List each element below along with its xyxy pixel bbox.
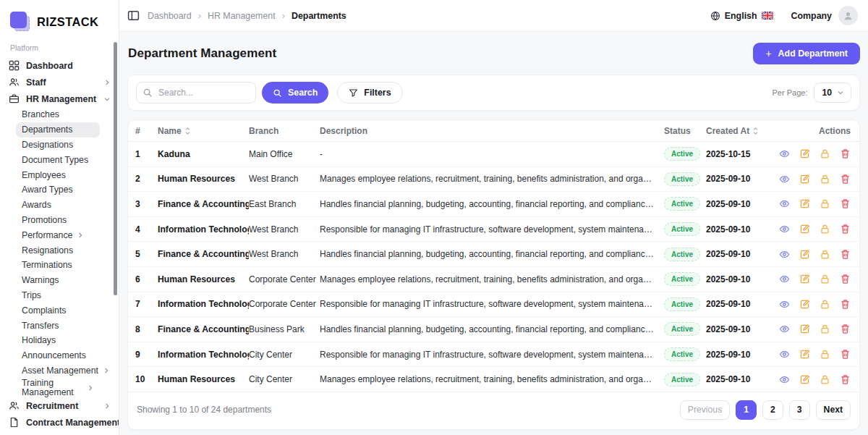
lock-icon[interactable]: [820, 224, 830, 235]
search-input[interactable]: [136, 82, 256, 104]
sidebar-item-contract-management[interactable]: Contract Management: [0, 414, 119, 431]
lock-icon[interactable]: [820, 299, 830, 310]
add-department-button[interactable]: + Add Department: [753, 43, 860, 64]
lock-icon[interactable]: [820, 324, 830, 334]
delete-trash-icon[interactable]: [840, 198, 851, 209]
lock-icon[interactable]: [820, 174, 830, 185]
brand-logo[interactable]: RIZSTACK: [0, 9, 119, 41]
sidebar-item-branches[interactable]: Branches: [0, 107, 119, 122]
edit-icon[interactable]: [799, 224, 810, 235]
edit-icon[interactable]: [799, 198, 810, 209]
view-eye-icon[interactable]: [779, 374, 790, 385]
sidebar-item-warnings[interactable]: Warnings: [0, 273, 119, 288]
sidebar-item-label: Transfers: [22, 321, 59, 331]
search-button[interactable]: Search: [262, 82, 328, 104]
sidebar-item-resignations[interactable]: Resignations: [0, 242, 119, 258]
view-eye-icon[interactable]: [779, 274, 790, 284]
edit-icon[interactable]: [799, 148, 810, 159]
cell-num: 6: [135, 274, 158, 284]
lock-icon[interactable]: [820, 374, 830, 385]
cell-status: Active: [664, 147, 706, 161]
breadcrumb-hr-management[interactable]: HR Management: [208, 11, 276, 21]
page-button-3[interactable]: 3: [789, 400, 810, 420]
delete-trash-icon[interactable]: [840, 174, 851, 185]
edit-icon[interactable]: [799, 249, 810, 260]
view-eye-icon[interactable]: [779, 324, 790, 334]
status-badge: Active: [664, 373, 700, 387]
sidebar-item-performance[interactable]: Performance: [0, 227, 119, 242]
lock-icon[interactable]: [820, 148, 830, 159]
view-eye-icon[interactable]: [779, 174, 790, 185]
edit-icon[interactable]: [799, 324, 810, 334]
cell-name: Human Resources: [158, 274, 249, 284]
delete-trash-icon[interactable]: [840, 324, 851, 334]
sidebar-scrollbar[interactable]: [114, 42, 117, 295]
previous-page-button[interactable]: Previous: [680, 400, 730, 420]
edit-icon[interactable]: [799, 174, 810, 185]
cell-name: Information Technology: [158, 299, 249, 309]
view-eye-icon[interactable]: [779, 249, 790, 260]
breadcrumb-departments: Departments: [292, 11, 346, 21]
delete-trash-icon[interactable]: [840, 148, 851, 159]
sidebar-item-label: Trips: [22, 290, 41, 300]
sidebar-item-awards[interactable]: Awards: [0, 198, 119, 213]
pagination-pages: 123: [736, 400, 809, 420]
view-eye-icon[interactable]: [779, 224, 790, 235]
sidebar-item-staff[interactable]: Staff: [0, 74, 119, 90]
cell-status: Active: [664, 373, 706, 387]
sidebar-item-employees[interactable]: Employees: [0, 167, 119, 182]
sidebar-item-hr-management[interactable]: HR Management: [0, 90, 119, 107]
view-eye-icon[interactable]: [779, 148, 790, 159]
sidebar-item-recruitment[interactable]: Recruitment: [0, 397, 119, 414]
edit-icon[interactable]: [799, 299, 810, 310]
filters-button[interactable]: Filters: [337, 82, 402, 104]
view-eye-icon[interactable]: [779, 349, 790, 360]
cell-name: Information Technology: [158, 224, 249, 235]
delete-trash-icon[interactable]: [840, 299, 851, 310]
account-menu[interactable]: Company: [791, 6, 858, 25]
column-header-created-at[interactable]: Created At: [706, 126, 774, 136]
delete-trash-icon[interactable]: [840, 224, 851, 235]
view-eye-icon[interactable]: [779, 299, 790, 310]
sidebar-item-promotions[interactable]: Promotions: [0, 213, 119, 228]
lock-icon[interactable]: [820, 349, 830, 360]
sidebar-item-terminations[interactable]: Terminations: [0, 258, 119, 273]
sidebar-item-asset-management[interactable]: Asset Management: [0, 363, 119, 379]
status-badge: Active: [664, 322, 700, 336]
sidebar-toggle-icon[interactable]: [127, 9, 140, 22]
delete-trash-icon[interactable]: [840, 374, 851, 385]
sidebar-item-announcements[interactable]: Announcements: [0, 348, 119, 363]
edit-icon[interactable]: [799, 374, 810, 385]
add-department-label: Add Department: [778, 48, 848, 59]
cell-branch: West Branch: [249, 224, 320, 235]
sidebar-item-training-management[interactable]: Training Management: [0, 378, 119, 397]
sidebar-item-complaints[interactable]: Complaints: [0, 303, 119, 318]
sidebar-item-trips[interactable]: Trips: [0, 288, 119, 303]
breadcrumb-dashboard[interactable]: Dashboard: [148, 11, 192, 21]
sidebar-item-award-types[interactable]: Award Types: [0, 182, 119, 198]
edit-icon[interactable]: [799, 274, 810, 284]
edit-icon[interactable]: [799, 349, 810, 360]
column-header-name[interactable]: Name: [158, 126, 249, 136]
cell-created-at: 2025-09-10: [706, 350, 774, 360]
page-button-2[interactable]: 2: [762, 400, 783, 420]
page-button-1[interactable]: 1: [736, 400, 757, 420]
view-eye-icon[interactable]: [779, 198, 790, 209]
sidebar-item-dashboard[interactable]: Dashboard: [0, 57, 119, 74]
sidebar-item-holidays[interactable]: Holidays: [0, 333, 119, 348]
per-page-select[interactable]: 10: [814, 83, 851, 103]
delete-trash-icon[interactable]: [840, 249, 851, 260]
sidebar-item-transfers[interactable]: Transfers: [0, 318, 119, 333]
lock-icon[interactable]: [820, 274, 830, 284]
lock-icon[interactable]: [820, 198, 830, 209]
sidebar-item-designations[interactable]: Designations: [0, 138, 119, 153]
cell-num: 7: [135, 299, 158, 309]
language-switcher[interactable]: English: [710, 11, 774, 21]
next-page-button[interactable]: Next: [816, 400, 851, 420]
delete-trash-icon[interactable]: [840, 349, 851, 360]
lock-icon[interactable]: [820, 249, 830, 260]
sidebar-item-departments[interactable]: Departments: [16, 122, 100, 138]
delete-trash-icon[interactable]: [840, 274, 851, 284]
sidebar-item-document-types[interactable]: Document Types: [0, 152, 119, 167]
table-row: 6Human ResourcesCorporate CenterManages …: [128, 267, 859, 292]
